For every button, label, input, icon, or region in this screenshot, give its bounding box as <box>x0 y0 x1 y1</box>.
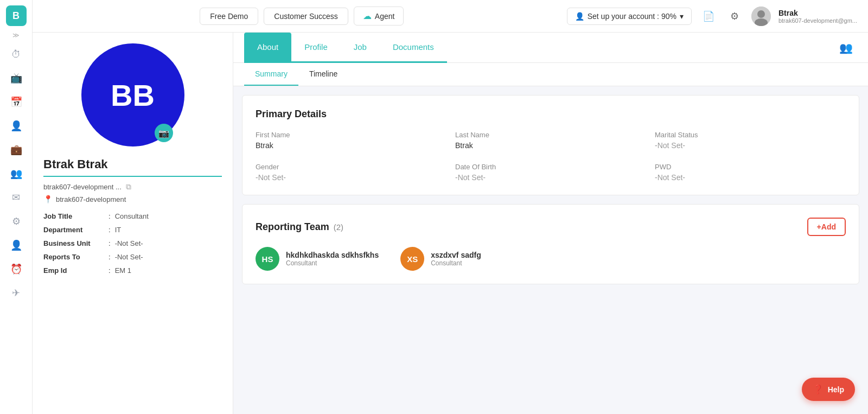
member-name: hkdhkdhaskda sdkhsfkhs <box>286 251 379 259</box>
first-name-label: First Name <box>256 131 446 139</box>
gender-item: Gender -Not Set- <box>256 163 446 182</box>
agent-label: Agent <box>375 12 395 21</box>
department-value: IT <box>115 226 122 234</box>
dob-item: Date Of Birth -Not Set- <box>455 163 646 182</box>
tab-documents[interactable]: Documents <box>380 33 447 63</box>
profile-location: 📍 btrak607-development <box>43 195 222 203</box>
main-area: Free Demo Customer Success ☁ Agent 👤 Set… <box>33 0 868 414</box>
business-unit-label: Business Unit <box>43 239 108 247</box>
sidebar-icon-tv[interactable]: 📺 <box>7 68 26 88</box>
member-avatar: HS <box>256 247 279 271</box>
tab-job[interactable]: Job <box>341 33 380 63</box>
help-button[interactable]: ❓ Help <box>802 378 855 401</box>
user-avatar <box>751 7 771 26</box>
help-icon: ❓ <box>813 384 824 394</box>
sidebar-expand-icon[interactable]: ≫ <box>9 30 23 40</box>
team-member: HS hkdhkdhaskda sdkhsfkhs Consultant <box>256 247 379 271</box>
reporting-team-card: Reporting Team (2) +Add HS hkdhkdhaskda … <box>242 204 859 284</box>
pwd-item: PWD -Not Set- <box>655 163 846 182</box>
department-label: Department <box>43 226 108 234</box>
business-unit-value: -Not Set- <box>115 239 143 247</box>
tab-bar: About Profile Job Documents 👥 <box>233 33 868 63</box>
sidebar-icon-time[interactable]: ⏰ <box>7 259 26 279</box>
location-text: btrak607-development <box>56 195 126 203</box>
sidebar-icon-settings[interactable]: ⚙ <box>7 212 26 231</box>
last-name-item: Last Name Btrak <box>455 131 646 150</box>
sidebar-icon-send[interactable]: ✈ <box>7 283 26 303</box>
member-info: xszdxvf sadfg Consultant <box>431 251 481 267</box>
profile-email: btrak607-development ... <box>43 183 122 191</box>
sub-tab-bar: Summary Timeline <box>233 63 868 86</box>
gender-value: -Not Set- <box>256 173 446 182</box>
avatar-container: BB 📷 <box>43 43 222 147</box>
sub-tab-timeline[interactable]: Timeline <box>298 63 348 86</box>
first-name-value: Btrak <box>256 141 446 150</box>
content-area: BB 📷 Btrak Btrak btrak607-development ..… <box>33 33 868 414</box>
first-name-item: First Name Btrak <box>256 131 446 150</box>
user-email: btrak607-development@gm... <box>778 17 857 24</box>
cloud-icon: ☁ <box>363 11 372 21</box>
last-name-value: Btrak <box>455 141 646 150</box>
user-name: Btrak <box>778 9 857 17</box>
logo-letter: B <box>12 10 20 22</box>
member-role: Consultant <box>286 259 379 267</box>
user-info: Btrak btrak607-development@gm... <box>778 9 857 24</box>
sidebar-icon-briefcase[interactable]: 💼 <box>7 140 26 160</box>
reports-to-value: -Not Set- <box>115 253 143 261</box>
reporting-title: Reporting Team <box>256 221 329 233</box>
primary-details-card: Primary Details First Name Btrak Last Na… <box>242 95 859 195</box>
pwd-value: -Not Set- <box>655 173 846 182</box>
person-icon: 👤 <box>575 12 584 21</box>
pwd-label: PWD <box>655 163 846 171</box>
marital-status-value: -Not Set- <box>655 141 846 150</box>
reports-to-row: Reports To : -Not Set- <box>43 253 222 261</box>
add-button[interactable]: +Add <box>807 218 846 236</box>
reporting-count: (2) <box>334 222 343 232</box>
team-icon-button[interactable]: 👥 <box>835 34 857 62</box>
sub-tab-summary[interactable]: Summary <box>244 63 298 86</box>
member-role: Consultant <box>431 259 481 267</box>
primary-details-grid: First Name Btrak Last Name Btrak Marital… <box>256 131 846 182</box>
sidebar-icon-user2[interactable]: 👤 <box>7 235 26 255</box>
reporting-title-group: Reporting Team (2) <box>256 221 343 233</box>
chevron-down-icon: ▾ <box>680 12 684 21</box>
camera-button[interactable]: 📷 <box>155 124 173 142</box>
sidebar-icon-mail[interactable]: ✉ <box>7 188 26 207</box>
reporting-header: Reporting Team (2) +Add <box>256 218 846 236</box>
sidebar-icon-person[interactable]: 👤 <box>7 116 26 136</box>
reports-to-label: Reports To <box>43 253 108 261</box>
job-title-value: Consultant <box>115 212 149 220</box>
sidebar-icon-team[interactable]: 👥 <box>7 164 26 183</box>
last-name-label: Last Name <box>455 131 646 139</box>
sidebar: B ≫ ⏱ 📺 📅 👤 💼 👥 ✉ ⚙ 👤 ⏰ ✈ <box>0 0 33 414</box>
sidebar-icon-clock[interactable]: ⏱ <box>7 44 26 64</box>
main-content: About Profile Job Documents 👥 Summary Ti… <box>233 33 868 414</box>
tab-about[interactable]: About <box>244 33 291 63</box>
tab-profile[interactable]: Profile <box>291 33 341 63</box>
member-name: xszdxvf sadfg <box>431 251 481 259</box>
navbar-center: Free Demo Customer Success ☁ Agent <box>43 7 560 26</box>
sidebar-icon-calendar[interactable]: 📅 <box>7 92 26 112</box>
setup-label: Set up your account : 90% <box>588 12 676 21</box>
navbar-right: 👤 Set up your account : 90% ▾ 📄 ⚙ Btrak … <box>567 7 857 26</box>
app-logo: B <box>6 5 27 26</box>
navbar: Free Demo Customer Success ☁ Agent 👤 Set… <box>33 0 868 33</box>
svg-point-1 <box>757 10 765 18</box>
department-row: Department : IT <box>43 226 222 234</box>
emp-id-label: Emp Id <box>43 266 108 275</box>
primary-details-title: Primary Details <box>256 109 846 120</box>
job-title-label: Job Title <box>43 212 108 220</box>
agent-button[interactable]: ☁ Agent <box>354 7 404 26</box>
emp-id-row: Emp Id : EM 1 <box>43 266 222 275</box>
member-info: hkdhkdhaskda sdkhsfkhs Consultant <box>286 251 379 267</box>
copy-icon[interactable]: ⧉ <box>126 182 131 192</box>
free-demo-button[interactable]: Free Demo <box>200 8 258 25</box>
gear-icon-button[interactable]: ⚙ <box>725 7 744 26</box>
member-avatar: XS <box>400 247 424 271</box>
team-members: HS hkdhkdhaskda sdkhsfkhs Consultant XS … <box>256 247 846 271</box>
setup-button[interactable]: 👤 Set up your account : 90% ▾ <box>567 8 692 25</box>
location-icon: 📍 <box>43 195 53 203</box>
document-icon-button[interactable]: 📄 <box>699 7 718 26</box>
customer-success-button[interactable]: Customer Success <box>264 8 348 25</box>
profile-full-name: Btrak Btrak <box>43 157 222 177</box>
